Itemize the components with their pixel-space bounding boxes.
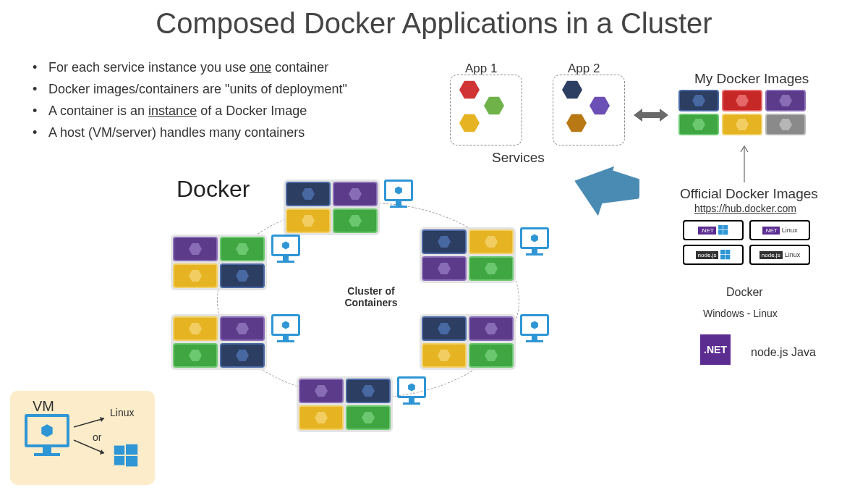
hex-yellow-icon <box>459 113 480 133</box>
monitor-icon <box>397 376 426 410</box>
svg-rect-6 <box>720 250 725 254</box>
svg-marker-13 <box>531 234 538 242</box>
svg-rect-7 <box>726 250 730 254</box>
container-purple-icon <box>765 90 806 111</box>
hex-green-icon <box>484 96 504 116</box>
monitor-icon <box>520 314 549 347</box>
svg-marker-16 <box>408 383 415 391</box>
cluster-node-top <box>284 180 413 235</box>
monitor-icon <box>520 227 549 261</box>
bullet-3: A container is an instance of a Docker I… <box>33 101 347 122</box>
official-node-linux: node.jsLinux <box>749 245 810 265</box>
container-green-icon <box>678 114 719 135</box>
svg-marker-10 <box>573 165 639 217</box>
windows-flag-icon <box>113 443 139 469</box>
monitor-icon <box>271 235 300 268</box>
services-label: Services <box>492 150 545 166</box>
svg-marker-11 <box>395 186 402 194</box>
container-grey-icon <box>765 114 806 135</box>
svg-rect-2 <box>718 225 723 229</box>
official-net-linux: .NETLinux <box>749 220 810 240</box>
docker-word: Docker <box>726 286 763 299</box>
my-images-row2 <box>678 114 806 135</box>
container-red-icon <box>722 90 762 111</box>
up-arrow-icon <box>739 142 749 182</box>
net-square-icon: .NET <box>700 334 731 365</box>
svg-line-20 <box>74 440 104 453</box>
hex-brown-icon <box>566 113 587 133</box>
bullet-list: For each service instance you use one co… <box>33 58 347 145</box>
official-net-win: .NET <box>683 220 744 240</box>
svg-line-18 <box>74 418 104 427</box>
vm-monitor-icon <box>25 414 69 459</box>
bullet-1: For each service instance you use one co… <box>33 58 347 78</box>
svg-marker-17 <box>41 424 52 437</box>
svg-rect-9 <box>726 255 730 259</box>
cluster-label: Cluster ofContainers <box>335 285 407 308</box>
vm-arrow-linux-icon <box>71 415 111 430</box>
container-navy-icon <box>678 90 719 111</box>
svg-rect-25 <box>126 456 137 466</box>
svg-marker-15 <box>531 321 538 329</box>
app2-label: App 2 <box>568 62 600 76</box>
svg-rect-3 <box>723 225 728 229</box>
container-yellow-icon <box>722 114 762 135</box>
vm-linux-label: Linux <box>110 407 134 418</box>
docker-label: Docker <box>176 176 250 203</box>
cluster-node-topright <box>420 227 549 283</box>
cluster-node-bottom <box>297 376 426 432</box>
page-title: Composed Docker Applications in a Cluste… <box>0 0 868 53</box>
cluster-node-topleft <box>171 235 300 290</box>
svg-rect-23 <box>126 444 137 455</box>
double-arrow-icon <box>634 107 668 123</box>
my-images-row1 <box>678 90 806 111</box>
svg-rect-8 <box>720 255 725 259</box>
svg-marker-14 <box>282 321 289 329</box>
svg-marker-12 <box>282 241 289 249</box>
app2-box <box>553 75 625 145</box>
windows-linux-label: Windows - Linux <box>703 308 778 319</box>
bullet-2: Docker images/containers are "units of d… <box>33 80 347 100</box>
hex-purple-icon <box>590 96 610 116</box>
vm-arrow-win-icon <box>71 437 111 459</box>
svg-marker-0 <box>634 109 668 122</box>
cluster-node-botleft <box>171 314 300 370</box>
monitor-icon <box>384 180 413 213</box>
hex-navy-icon <box>562 80 582 100</box>
svg-rect-22 <box>114 446 124 455</box>
svg-rect-24 <box>114 456 124 465</box>
hex-red-icon <box>459 80 480 100</box>
official-node-win: node.js <box>683 245 744 265</box>
app1-box <box>450 75 522 145</box>
svg-rect-4 <box>718 230 723 235</box>
app1-label: App 1 <box>465 62 497 76</box>
cluster-node-botright <box>420 314 549 370</box>
big-arrow-icon <box>573 165 639 217</box>
vm-title: VM <box>33 398 54 415</box>
node-java-label: node.js Java <box>751 346 816 359</box>
official-images-label: Official Docker Images <box>680 186 818 202</box>
hub-url[interactable]: https://hub.docker.com <box>694 203 796 214</box>
monitor-icon <box>271 314 300 347</box>
my-docker-images-label: My Docker Images <box>694 71 809 87</box>
bullet-4: A host (VM/server) handles many containe… <box>33 123 347 143</box>
svg-rect-5 <box>723 230 728 235</box>
